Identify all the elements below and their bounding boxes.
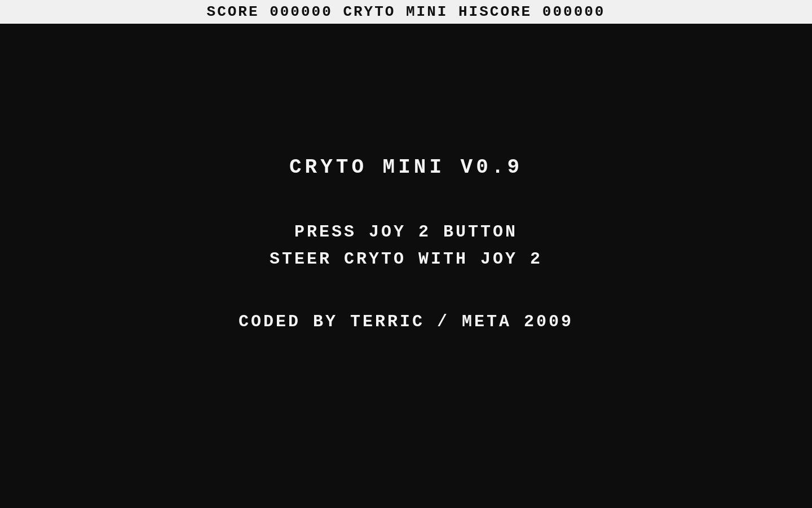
game-screen: SCORE 000000 CRYTO MINI HISCORE 000000 C… [0, 0, 812, 508]
header-text: SCORE 000000 CRYTO MINI HISCORE 000000 [207, 3, 606, 20]
credits-text: CODED BY TERRIC / META 2009 [239, 312, 573, 331]
instructions-block: PRESS JOY 2 BUTTON STEER CRYTO WITH JOY … [270, 218, 542, 273]
main-content: CRYTO MINI V0.9 PRESS JOY 2 BUTTON STEER… [0, 24, 812, 508]
header-bar: SCORE 000000 CRYTO MINI HISCORE 000000 [0, 0, 812, 24]
instruction-line-2: STEER CRYTO WITH JOY 2 [270, 246, 542, 273]
game-title: CRYTO MINI V0.9 [289, 156, 523, 179]
instruction-line-1: PRESS JOY 2 BUTTON [294, 218, 518, 246]
